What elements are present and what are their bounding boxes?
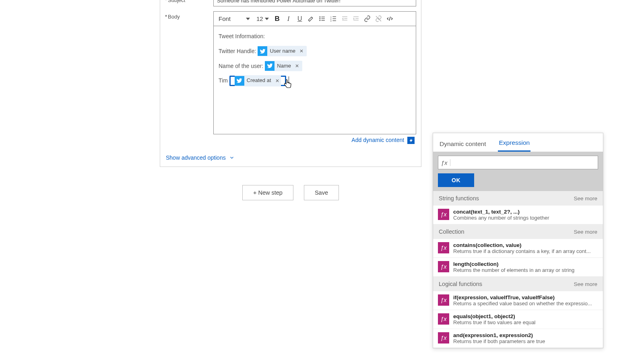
svg-rect-11 [333, 21, 336, 21]
fx-icon: ƒx [438, 261, 449, 272]
function-signature: length(collection) [453, 261, 598, 267]
underline-button[interactable]: U [295, 13, 305, 25]
function-item[interactable]: ƒxlength(collection)Returns the number o… [433, 258, 603, 277]
italic-button[interactable]: I [283, 13, 294, 25]
function-description: Returns true if two values are equal [453, 319, 598, 325]
function-item[interactable]: ƒxequals(object1, object2)Returns true i… [433, 310, 603, 329]
function-group-header: CollectionSee more [433, 224, 603, 239]
see-more-link[interactable]: See more [574, 229, 597, 235]
subject-label: *Subject [165, 0, 213, 3]
expression-panel: Dynamic content Expression ƒx OK String … [433, 133, 603, 348]
svg-point-4 [320, 20, 321, 21]
editor-line: Tweet Information: [219, 30, 411, 43]
font-size-select[interactable]: 12 [254, 13, 271, 25]
token-username[interactable]: User name ✕ [258, 46, 307, 56]
token-remove-icon[interactable]: ✕ [274, 76, 281, 86]
font-select-label: Font [219, 15, 231, 22]
svg-rect-3 [322, 19, 325, 19]
function-description: Returns true if both parameters are true [453, 338, 598, 344]
footer-buttons: + New step Save [160, 185, 421, 200]
function-signature: contains(collection, value) [453, 242, 598, 248]
function-description: Combines any number of strings together [453, 215, 598, 221]
text-caret [289, 76, 289, 85]
editor-line: Twitter Handle: User name ✕ [219, 45, 411, 58]
tab-dynamic-content[interactable]: Dynamic content [439, 136, 487, 152]
svg-point-0 [320, 16, 321, 18]
svg-text:1: 1 [330, 16, 332, 18]
token-label: Name [277, 60, 291, 72]
new-step-button[interactable]: + New step [242, 185, 293, 200]
twitter-icon [265, 61, 275, 71]
bold-button[interactable]: B [272, 13, 283, 25]
svg-rect-7 [333, 16, 336, 17]
svg-line-19 [389, 17, 390, 21]
function-signature: concat(text_1, text_2?, ...) [453, 209, 598, 215]
svg-rect-14 [342, 20, 347, 20]
token-created-selected[interactable]: Created at ✕ [229, 76, 286, 86]
save-button[interactable]: Save [304, 185, 339, 200]
subject-row: *Subject Someone has mentioned Power Aut… [160, 0, 421, 9]
function-group-header: Logical functionsSee more [433, 277, 603, 291]
unlink-button[interactable] [374, 13, 384, 25]
function-item[interactable]: ƒxand(expression1, expression2)Returns t… [433, 329, 603, 348]
font-select[interactable]: Font [215, 13, 253, 25]
function-item[interactable]: ƒxif(expression, valueIfTrue, valueIfFal… [433, 291, 603, 310]
svg-rect-15 [353, 16, 359, 17]
function-group-title: Logical functions [439, 281, 482, 287]
svg-rect-5 [322, 20, 325, 21]
expression-input[interactable] [450, 159, 598, 166]
function-description: Returns a specified value based on wheth… [453, 300, 598, 306]
font-size-label: 12 [256, 15, 263, 22]
function-group-title: String functions [439, 195, 479, 202]
expression-tabs: Dynamic content Expression [433, 133, 603, 152]
tab-expression[interactable]: Expression [498, 135, 530, 152]
fx-icon: ƒx [438, 159, 450, 166]
token-name[interactable]: Name ✕ [265, 61, 302, 71]
expression-input-wrap: ƒx [438, 156, 598, 169]
chevron-down-icon [265, 18, 269, 20]
token-remove-icon[interactable]: ✕ [293, 61, 301, 71]
twitter-icon [258, 46, 267, 56]
fx-icon: ƒx [438, 209, 449, 220]
token-remove-icon[interactable]: ✕ [298, 46, 305, 56]
indent-button[interactable] [351, 13, 361, 25]
ok-button[interactable]: OK [438, 173, 474, 187]
dynamic-content-icon[interactable] [407, 137, 415, 144]
subject-input[interactable]: Someone has mentioned Power Automate on … [213, 0, 416, 6]
body-label: *Body [165, 11, 213, 20]
editor-toolbar: Font 12 B I U 123 [213, 11, 416, 26]
editor-line: Name of the user: Name ✕ [219, 60, 411, 72]
svg-rect-16 [355, 18, 359, 19]
expression-input-bar: ƒx OK [433, 152, 603, 191]
twitter-icon [235, 76, 244, 86]
svg-point-2 [320, 18, 321, 19]
outdent-button[interactable] [340, 13, 350, 25]
chevron-down-icon [246, 18, 250, 20]
function-item[interactable]: ƒxconcat(text_1, text_2?, ...)Combines a… [433, 206, 603, 224]
function-description: Returns the number of elements in an arr… [453, 267, 598, 273]
bullet-list-button[interactable] [317, 13, 328, 25]
body-editor[interactable]: Tweet Information: Twitter Handle: User … [213, 26, 416, 134]
svg-rect-1 [322, 17, 325, 17]
fx-icon: ƒx [438, 313, 449, 325]
fx-icon: ƒx [438, 294, 449, 306]
see-more-link[interactable]: See more [574, 195, 597, 202]
code-view-button[interactable] [385, 13, 395, 25]
svg-rect-13 [344, 18, 347, 19]
function-group-title: Collection [439, 228, 464, 235]
action-card: *Subject Someone has mentioned Power Aut… [160, 0, 421, 167]
numbered-list-button[interactable]: 123 [328, 13, 339, 25]
svg-text:3: 3 [330, 20, 332, 22]
function-item[interactable]: ƒxcontains(collection, value)Returns tru… [433, 239, 603, 258]
show-advanced-options[interactable]: Show advanced options [160, 150, 421, 167]
function-list[interactable]: String functionsSee moreƒxconcat(text_1,… [433, 191, 603, 348]
link-button[interactable] [362, 13, 373, 25]
see-more-link[interactable]: See more [574, 281, 597, 287]
fx-icon: ƒx [438, 332, 449, 343]
body-row: *Body Font 12 B I U [160, 9, 421, 150]
token-label: User name [270, 45, 295, 57]
fx-icon: ƒx [438, 242, 449, 253]
chevron-down-icon [229, 155, 235, 160]
add-dynamic-content-link[interactable]: Add dynamic content [351, 137, 404, 143]
highlight-button[interactable] [306, 13, 316, 25]
